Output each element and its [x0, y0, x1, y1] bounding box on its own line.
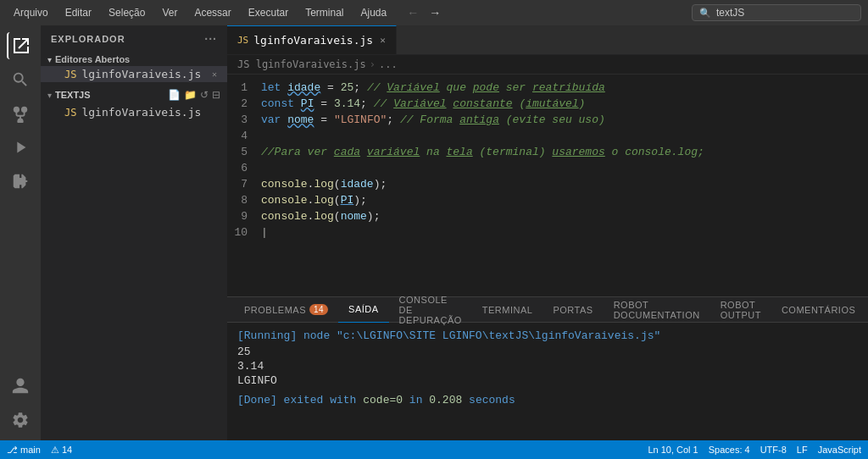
panel-output-lginfo: LGINFO	[237, 374, 858, 387]
tab-lginfovaraiveis[interactable]: JS lginfoVaraiveis.js ✕	[227, 25, 397, 54]
status-left: ⎇ main ⚠ 14	[7, 445, 72, 456]
new-file-icon[interactable]: 📄	[168, 89, 181, 101]
panel-tab-portas[interactable]: PORTAS	[542, 297, 603, 323]
status-warnings[interactable]: ⚠ 14	[51, 445, 72, 456]
sidebar-file-lginfovaraiveis-textjs[interactable]: JS lginfoVaraiveis.js	[41, 104, 227, 120]
line-num-3: 3	[227, 113, 261, 126]
sidebar-filename-textjs: lginfoVaraiveis.js	[81, 106, 201, 119]
collapse-icon[interactable]: ⊟	[212, 89, 220, 101]
content-area: JS lginfoVaraiveis.js ✕ JS lginfoVaraive…	[227, 25, 868, 440]
main-layout: Explorador ··· ▾ Editores Abertos JS lgi…	[0, 25, 868, 440]
code-line-6: 6	[227, 162, 868, 178]
line-num-7: 7	[227, 178, 261, 191]
menu-bar: Arquivo Editar Seleção Ver Acessar Execu…	[0, 0, 868, 25]
code-line-7: 7 console.log(idade);	[227, 178, 868, 194]
new-folder-icon[interactable]: 📁	[184, 89, 197, 101]
status-language[interactable]: JavaScript	[818, 445, 861, 455]
panel-tab-console[interactable]: CONSOLE DE DEPURAÇÃO	[389, 297, 472, 323]
explorer-icon[interactable]	[7, 32, 34, 59]
tab-bar: JS lginfoVaraiveis.js ✕	[227, 25, 868, 55]
refresh-icon[interactable]: ↺	[200, 89, 209, 101]
tab-filename: lginfoVaraiveis.js	[253, 34, 373, 47]
nav-back-button[interactable]: ←	[403, 4, 422, 21]
tab-close-icon[interactable]: ✕	[380, 35, 386, 46]
textjs-chevron-icon: ▾	[47, 91, 52, 100]
textjs-folder-section[interactable]: ▾ TEXTJS 📄 📁 ↺ ⊟	[41, 86, 227, 104]
panel-tab-robot-output[interactable]: ROBOT OUTPUT	[710, 297, 771, 323]
close-editor-icon[interactable]: ✕	[212, 69, 217, 79]
nav-forward-button[interactable]: →	[426, 4, 444, 21]
menu-acessar[interactable]: Acessar	[187, 5, 237, 20]
menu-selecao[interactable]: Seleção	[102, 5, 152, 20]
sidebar-more-icon[interactable]: ···	[204, 32, 217, 46]
code-line-1: 1 let idade = 25; // Variável que pode s…	[227, 81, 868, 97]
sidebar-file-lginfovaraiveis-editors[interactable]: JS lginfoVaraiveis.js ✕	[41, 66, 227, 82]
search-input[interactable]	[716, 7, 854, 19]
sidebar-filename-editors: lginfoVaraiveis.js	[81, 68, 201, 80]
line-content-5: //Para ver cada variável na tela (termin…	[261, 146, 868, 158]
panel-tab-terminal[interactable]: TERMINAL	[472, 297, 543, 323]
menu-editar[interactable]: Editar	[58, 5, 98, 20]
panel-tab-robot-output-label: ROBOT OUTPUT	[721, 300, 761, 320]
editors-chevron-icon: ▾	[47, 55, 52, 64]
editors-open-section[interactable]: ▾ Editores Abertos	[41, 53, 227, 66]
panel-tab-comentarios[interactable]: COMENTÁRIOS	[771, 297, 865, 323]
line-num-10: 10	[227, 226, 261, 239]
status-eol[interactable]: LF	[797, 445, 808, 455]
run-debug-icon[interactable]	[7, 134, 34, 161]
panel-tabs: PROBLEMAS 14 SAÍDA CONSOLE DE DEPURAÇÃO …	[227, 297, 868, 323]
editors-open-label: Editores Abertos	[55, 54, 130, 64]
panel-done-seconds: seconds	[462, 394, 515, 406]
line-content-8: console.log(PI);	[261, 194, 868, 207]
line-num-1: 1	[227, 81, 261, 94]
panel-command-output: [Running] node "c:\LGINFO\SITE LGINFO\te…	[237, 329, 858, 342]
search-icon: 🔍	[699, 8, 711, 19]
js-file-icon-2: JS	[64, 107, 76, 119]
panel: PROBLEMAS 14 SAÍDA CONSOLE DE DEPURAÇÃO …	[227, 296, 868, 440]
panel-tab-portas-label: PORTAS	[553, 305, 593, 315]
settings-icon[interactable]	[7, 406, 34, 434]
code-editor[interactable]: 1 let idade = 25; // Variável que pode s…	[227, 75, 868, 296]
panel-output-25: 25	[237, 346, 858, 358]
breadcrumb-context: ...	[379, 58, 398, 70]
tab-file-icon: JS	[237, 35, 248, 46]
line-num-6: 6	[227, 162, 261, 174]
sidebar-header-icons: ···	[204, 32, 217, 46]
line-num-5: 5	[227, 146, 261, 158]
activity-bar	[0, 25, 41, 440]
accounts-icon[interactable]	[7, 373, 34, 400]
sidebar: Explorador ··· ▾ Editores Abertos JS lgi…	[41, 25, 227, 440]
breadcrumb-sep: ›	[370, 58, 376, 70]
source-control-icon[interactable]	[7, 100, 34, 127]
sidebar-header: Explorador ···	[41, 25, 227, 53]
panel-done-time: 0.208	[429, 394, 462, 406]
code-line-5: 5 //Para ver cada variável na tela (term…	[227, 146, 868, 162]
status-position[interactable]: Ln 10, Col 1	[648, 445, 698, 455]
panel-done-prefix: [Done] exited with	[237, 394, 363, 406]
status-spaces[interactable]: Spaces: 4	[709, 445, 750, 455]
line-num-9: 9	[227, 210, 261, 223]
extensions-icon[interactable]	[7, 168, 34, 195]
status-right: Ln 10, Col 1 Spaces: 4 UTF-8 LF JavaScri…	[648, 445, 861, 455]
panel-tab-console-label: CONSOLE DE DEPURAÇÃO	[399, 295, 462, 325]
panel-tab-saida[interactable]: SAÍDA	[338, 297, 389, 323]
code-line-8: 8 console.log(PI);	[227, 194, 868, 210]
search-icon-bar[interactable]	[7, 66, 34, 93]
code-line-3: 3 var nome = "LGINFO"; // Forma antiga (…	[227, 113, 868, 130]
status-branch[interactable]: ⎇ main	[7, 445, 41, 456]
menu-terminal[interactable]: Terminal	[298, 5, 350, 20]
status-encoding[interactable]: UTF-8	[760, 445, 787, 455]
panel-tab-problemas-label: PROBLEMAS	[244, 305, 306, 315]
line-content-2: const PI = 3.14; // Variável constante (…	[261, 97, 868, 110]
panel-tab-problemas[interactable]: PROBLEMAS 14	[234, 297, 338, 323]
menu-arquivo[interactable]: Arquivo	[7, 5, 55, 20]
textjs-action-icons: 📄 📁 ↺ ⊟	[168, 89, 220, 101]
search-bar: 🔍	[692, 4, 861, 21]
menu-ajuda[interactable]: Ajuda	[354, 5, 394, 20]
problems-badge: 14	[309, 304, 328, 315]
menu-ver[interactable]: Ver	[155, 5, 184, 20]
panel-tab-robot-doc[interactable]: ROBOT DOCUMENTATION	[604, 297, 710, 323]
menu-executar[interactable]: Executar	[242, 5, 295, 20]
breadcrumb: JS lginfoVaraiveis.js › ...	[227, 55, 868, 75]
js-file-icon: JS	[64, 69, 76, 80]
